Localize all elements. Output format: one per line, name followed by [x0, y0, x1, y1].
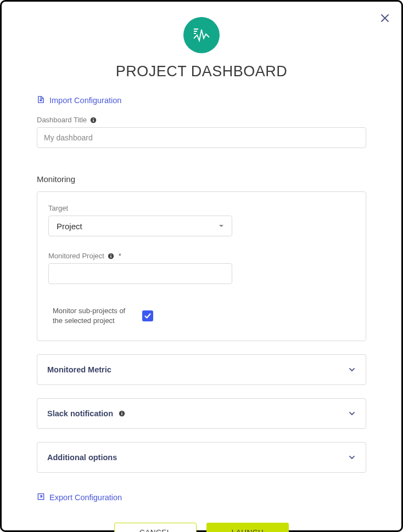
svg-rect-1 — [194, 31, 197, 32]
import-configuration-link[interactable]: Import Configuration — [37, 95, 121, 105]
info-icon[interactable] — [90, 117, 97, 123]
launch-button[interactable]: LAUNCH — [206, 523, 289, 532]
chevron-down-icon — [348, 454, 356, 461]
target-label: Target — [48, 204, 355, 212]
export-link-label: Export Configuration — [49, 493, 122, 502]
dialog-title: PROJECT DASHBOARD — [2, 63, 401, 80]
dashboard-title-label: Dashboard Title — [37, 116, 366, 124]
svg-rect-11 — [121, 412, 122, 412]
svg-rect-5 — [93, 118, 93, 118]
cancel-button[interactable]: CANCEL — [114, 523, 197, 532]
dialog-footer: CANCEL LAUNCH — [37, 523, 366, 532]
close-icon[interactable] — [380, 14, 389, 22]
svg-rect-2 — [194, 33, 196, 34]
accordion-title: Slack notification — [47, 409, 125, 418]
svg-rect-8 — [110, 254, 111, 254]
slack-notification-accordion[interactable]: Slack notification — [37, 398, 366, 429]
dashboard-icon — [183, 17, 220, 53]
monitor-subprojects-row: Monitor sub-projects of the selected pro… — [48, 306, 355, 325]
monitored-metric-accordion[interactable]: Monitored Metric — [37, 354, 366, 385]
export-configuration-link[interactable]: Export Configuration — [37, 493, 122, 502]
accordion-title: Monitored Metric — [47, 365, 111, 374]
chevron-down-icon — [348, 410, 356, 417]
additional-options-accordion[interactable]: Additional options — [37, 442, 366, 473]
monitor-subprojects-checkbox[interactable] — [142, 310, 153, 321]
svg-rect-7 — [110, 256, 111, 258]
dashboard-title-input[interactable] — [37, 127, 366, 148]
caret-down-icon — [219, 223, 224, 229]
monitored-project-input[interactable] — [48, 263, 232, 284]
monitoring-panel: Target Project Monitored Project * Monit… — [37, 191, 366, 341]
info-icon[interactable] — [119, 410, 125, 417]
monitored-project-label: Monitored Project * — [48, 252, 355, 260]
info-icon[interactable] — [108, 253, 114, 259]
svg-rect-4 — [93, 120, 93, 122]
dialog-header: PROJECT DASHBOARD — [2, 17, 401, 80]
target-select[interactable]: Project — [48, 216, 232, 236]
required-asterisk: * — [119, 252, 121, 260]
svg-rect-10 — [121, 413, 122, 415]
monitor-subprojects-label: Monitor sub-projects of the selected pro… — [53, 306, 132, 325]
accordion-title: Additional options — [47, 453, 117, 462]
dialog-frame: PROJECT DASHBOARD Import Configuration D… — [0, 0, 403, 532]
chevron-down-icon — [348, 366, 356, 373]
target-select-value: Project — [57, 222, 82, 231]
monitoring-section-label: Monitoring — [37, 174, 366, 184]
import-icon — [37, 95, 45, 105]
import-link-label: Import Configuration — [49, 96, 121, 105]
export-icon — [37, 493, 45, 502]
svg-rect-0 — [194, 29, 198, 30]
